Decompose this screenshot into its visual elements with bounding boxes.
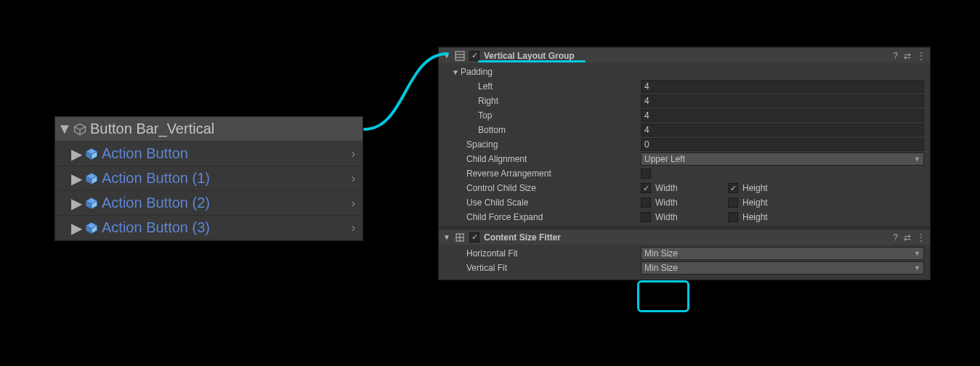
- annotation-highlight-box: [637, 280, 689, 312]
- chevron-down-icon: ▼: [914, 155, 920, 163]
- foldout-down-icon[interactable]: ▼: [452, 68, 461, 76]
- use-child-scale-label: Use Child Scale: [466, 198, 641, 208]
- padding-left-row: Left: [439, 79, 930, 94]
- prefab-open-icon[interactable]: ›: [352, 221, 355, 235]
- control-width-checkbox[interactable]: [641, 183, 651, 193]
- width-label: Width: [655, 212, 678, 222]
- horizontal-fit-label: Horizontal Fit: [466, 248, 641, 259]
- prefab-cube-icon: [84, 196, 99, 211]
- control-child-size-label: Control Child Size: [466, 183, 641, 193]
- padding-foldout[interactable]: ▼ Padding: [439, 65, 930, 79]
- hierarchy-row-child[interactable]: ▶ Action Button (3) ›: [55, 216, 363, 240]
- padding-top-label: Top: [478, 110, 641, 121]
- context-menu-icon[interactable]: ⋮: [917, 51, 926, 61]
- use-child-scale-row: Use Child Scale Width Height: [439, 195, 930, 210]
- content-size-fitter-icon: [455, 232, 465, 243]
- component-body-csf: Horizontal Fit Min Size ▼ Vertical Fit M…: [439, 245, 930, 280]
- help-icon[interactable]: ?: [893, 232, 898, 243]
- height-label: Height: [742, 212, 768, 222]
- vertical-fit-dropdown[interactable]: Min Size ▼: [641, 261, 924, 274]
- help-icon[interactable]: ?: [893, 51, 898, 61]
- reverse-arrangement-row: Reverse Arrangement: [439, 166, 930, 181]
- control-child-size-row: Control Child Size Width Height: [439, 181, 930, 195]
- reverse-arrangement-checkbox[interactable]: [641, 168, 651, 179]
- foldout-down-icon[interactable]: ▼: [443, 233, 450, 241]
- hierarchy-child-label: Action Button (1): [102, 170, 349, 187]
- context-menu-icon[interactable]: ⋮: [917, 232, 926, 243]
- vertical-fit-row: Vertical Fit Min Size ▼: [439, 261, 930, 275]
- child-alignment-dropdown[interactable]: Upper Left ▼: [641, 152, 924, 166]
- padding-top-row: Top: [439, 108, 930, 123]
- hierarchy-row-root[interactable]: ▼ Button Bar_Vertical: [55, 117, 363, 142]
- foldout-down-icon[interactable]: ▼: [443, 52, 450, 60]
- prefab-cube-icon: [84, 221, 99, 235]
- vertical-fit-value: Min Size: [644, 263, 678, 273]
- hierarchy-root-label: Button Bar_Vertical: [90, 121, 358, 137]
- usescale-height-checkbox[interactable]: [728, 198, 738, 208]
- hierarchy-row-child[interactable]: ▶ Action Button (2) ›: [55, 191, 363, 216]
- spacing-input[interactable]: [641, 138, 924, 151]
- hierarchy-child-label: Action Button: [102, 145, 349, 162]
- control-height-checkbox[interactable]: [728, 183, 738, 193]
- prefab-cube-icon: [84, 171, 99, 186]
- annotation-underline: [478, 60, 586, 62]
- child-force-expand-label: Child Force Expand: [466, 212, 641, 222]
- child-alignment-value: Upper Left: [644, 154, 685, 164]
- preset-icon[interactable]: ⇄: [904, 51, 911, 61]
- prefab-open-icon[interactable]: ›: [352, 197, 355, 210]
- preset-icon[interactable]: ⇄: [904, 232, 911, 243]
- prefab-open-icon[interactable]: ›: [352, 147, 355, 160]
- forceexp-height-checkbox[interactable]: [728, 212, 738, 222]
- foldout-right-icon[interactable]: ▶: [71, 223, 81, 233]
- hierarchy-child-label: Action Button (2): [102, 195, 349, 211]
- layout-group-icon: [455, 51, 465, 61]
- foldout-right-icon[interactable]: ▶: [71, 174, 81, 184]
- component-title: Content Size Fitter: [484, 232, 888, 243]
- component-enabled-checkbox[interactable]: [469, 51, 479, 61]
- width-label: Width: [655, 183, 678, 193]
- padding-label: Padding: [461, 67, 659, 77]
- horizontal-fit-dropdown[interactable]: Min Size ▼: [641, 247, 924, 260]
- height-label: Height: [742, 183, 768, 193]
- spacing-row: Spacing: [439, 137, 930, 152]
- component-header-csf[interactable]: ▼ Content Size Fitter ? ⇄ ⋮: [439, 229, 930, 245]
- width-label: Width: [655, 198, 678, 208]
- horizontal-fit-row: Horizontal Fit Min Size ▼: [439, 246, 930, 261]
- prefab-cube-icon: [84, 147, 99, 161]
- padding-bottom-label: Bottom: [478, 125, 641, 135]
- foldout-right-icon[interactable]: ▶: [71, 198, 81, 208]
- hierarchy-child-label: Action Button (3): [102, 219, 349, 236]
- child-force-expand-row: Child Force Expand Width Height: [439, 210, 930, 224]
- usescale-width-checkbox[interactable]: [641, 198, 651, 208]
- spacing-label: Spacing: [466, 139, 641, 150]
- inspector-panel: ▼ Vertical Layout Group ? ⇄ ⋮ ▼ Padding …: [438, 46, 931, 280]
- chevron-down-icon: ▼: [914, 264, 920, 272]
- child-alignment-label: Child Alignment: [466, 154, 641, 164]
- component-title: Vertical Layout Group: [484, 51, 888, 61]
- svg-rect-0: [455, 52, 464, 60]
- padding-bottom-row: Bottom: [439, 123, 930, 137]
- hierarchy-row-child[interactable]: ▶ Action Button (1) ›: [55, 166, 363, 191]
- vertical-fit-label: Vertical Fit: [466, 263, 641, 273]
- padding-bottom-input[interactable]: [641, 123, 924, 137]
- padding-right-input[interactable]: [641, 94, 924, 107]
- prefab-open-icon[interactable]: ›: [352, 172, 355, 185]
- forceexp-width-checkbox[interactable]: [641, 212, 651, 222]
- hierarchy-panel: ▼ Button Bar_Vertical ▶ Action Button › …: [54, 116, 363, 241]
- foldout-right-icon[interactable]: ▶: [71, 149, 81, 159]
- padding-top-input[interactable]: [641, 109, 924, 122]
- component-enabled-checkbox[interactable]: [469, 232, 479, 243]
- height-label: Height: [742, 198, 768, 208]
- horizontal-fit-value: Min Size: [644, 248, 678, 259]
- hierarchy-row-child[interactable]: ▶ Action Button ›: [55, 142, 363, 166]
- gameobject-cube-icon: [73, 122, 87, 137]
- padding-right-row: Right: [439, 94, 930, 108]
- padding-left-label: Left: [478, 81, 641, 92]
- chevron-down-icon: ▼: [914, 250, 920, 257]
- child-alignment-row: Child Alignment Upper Left ▼: [439, 152, 930, 166]
- padding-right-label: Right: [478, 96, 641, 106]
- padding-left-input[interactable]: [641, 80, 924, 93]
- foldout-down-icon[interactable]: ▼: [60, 124, 70, 134]
- reverse-arrangement-label: Reverse Arrangement: [466, 168, 641, 179]
- component-body-vlg: ▼ Padding Left Right Top Bottom Spacing …: [439, 63, 930, 226]
